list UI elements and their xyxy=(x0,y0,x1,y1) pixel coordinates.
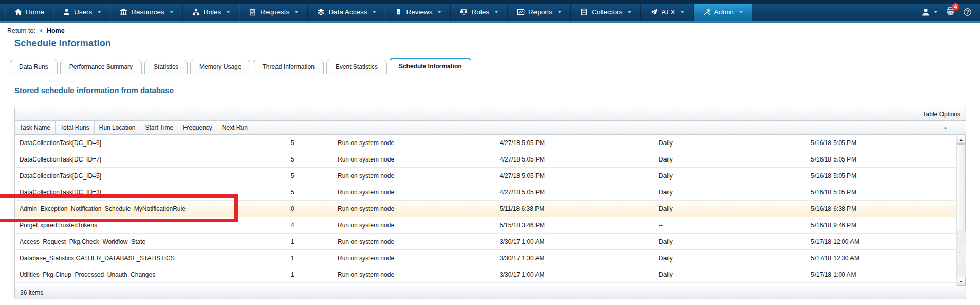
chevron-down-icon xyxy=(294,11,299,13)
scroll-down-button[interactable]: ▼ xyxy=(957,277,966,286)
table-row[interactable]: DataCollectionTask[DC_ID=7] 5 Run on sys… xyxy=(15,151,956,168)
column-header[interactable]: Run Location ▲ xyxy=(95,121,141,134)
scrollbar-thumb[interactable] xyxy=(957,144,966,231)
cell-run-location: Run on system node xyxy=(333,189,495,196)
table-row[interactable]: Access_Request_Pkg.Check_Workflow_State … xyxy=(15,234,956,250)
cell-next-run: 5/17/18 12:00 AM xyxy=(806,238,956,245)
scrollbar-track[interactable] xyxy=(957,231,966,277)
data-access-icon xyxy=(317,8,325,16)
chevron-down-icon xyxy=(558,11,562,13)
table-row[interactable]: DataCollectionTask[DC_ID=3] 5 Run on sys… xyxy=(15,184,956,201)
tab-label: Memory Usage xyxy=(199,63,241,70)
navbar-accent-line xyxy=(0,21,980,23)
cell-next-run: 5/16/18 5:05 PM xyxy=(806,172,956,180)
nav-item[interactable]: Admin xyxy=(694,4,752,21)
back-arrow-icon xyxy=(38,28,44,34)
reviews-icon xyxy=(395,8,402,16)
nav-item[interactable]: Roles xyxy=(183,4,240,21)
cell-start-time: 3/30/17 1:30 AM xyxy=(495,255,654,262)
nav-item-label: Reports xyxy=(528,8,552,16)
nav-item-label: Home xyxy=(26,8,44,16)
nav-item[interactable]: Rules xyxy=(451,4,508,21)
nav-item[interactable]: AFX xyxy=(641,4,693,21)
nav-item-label: AFX xyxy=(661,8,675,16)
cell-run-location: Run on system node xyxy=(333,238,495,245)
chevron-down-icon xyxy=(680,11,685,13)
section-heading: Stored schedule information from databas… xyxy=(14,86,174,95)
cell-task-name: DataCollectionTask[DC_ID=7] xyxy=(15,156,286,163)
nav-item[interactable]: Reports xyxy=(508,4,571,21)
nav-item[interactable]: Data Access xyxy=(308,4,385,21)
breadcrumb-home-link[interactable]: Home xyxy=(47,27,65,34)
tab-label: Statistics xyxy=(154,63,178,70)
schedule-table: Table Options Task Name ▲ Total Runs ▲ R… xyxy=(14,107,966,299)
chevron-down-icon xyxy=(627,11,632,13)
table-row[interactable]: Utilities_Pkg.Clnup_Processed_Unauth_Cha… xyxy=(15,266,956,283)
nav-item[interactable]: Collectors xyxy=(571,4,641,21)
table-row[interactable]: PurgeExpiredTrustedTokens 4 Run on syste… xyxy=(15,217,956,234)
cell-run-location: Run on system node xyxy=(333,222,495,229)
breadcrumb: Return to: Home xyxy=(7,27,65,34)
column-header[interactable]: Frequency ▲ xyxy=(178,121,217,134)
nav-item-label: Rules xyxy=(471,8,489,16)
user-menu[interactable] xyxy=(921,8,938,16)
table-options-link[interactable]: Table Options xyxy=(923,111,960,118)
cell-task-name: Access_Request_Pkg.Check_Workflow_State xyxy=(15,238,286,245)
tab[interactable]: Thread Information xyxy=(253,60,323,74)
roles-icon xyxy=(192,8,200,16)
sort-asc-icon: ▲ xyxy=(943,125,948,130)
cell-start-time: 4/27/18 5:05 PM xyxy=(495,172,654,180)
table-row[interactable]: Database_Statistics.GATHER_DATABASE_STAT… xyxy=(15,250,956,266)
cell-task-name: DataCollectionTask[DC_ID=3] xyxy=(15,189,286,196)
chevron-down-icon xyxy=(494,11,498,13)
cell-total-runs: 1 xyxy=(286,238,333,245)
nav-item-label: Requests xyxy=(260,8,289,16)
cell-next-run: 5/17/18 1:00 AM xyxy=(806,271,956,278)
nav-item[interactable]: Home xyxy=(5,4,53,21)
column-header[interactable]: Start Time ▲ xyxy=(140,121,178,134)
tab[interactable]: Performance Summary xyxy=(60,60,142,74)
nav-item[interactable]: Reviews xyxy=(385,4,451,21)
nav-item-label: Collectors xyxy=(591,8,622,16)
nav-item[interactable]: Requests xyxy=(239,4,308,21)
cell-next-run: 5/16/18 5:05 PM xyxy=(806,189,956,196)
chevron-down-icon xyxy=(934,11,938,13)
navbar-top-strip xyxy=(0,0,980,4)
table-row[interactable]: DataCollectionTask[DC_ID=6] 5 Run on sys… xyxy=(15,135,956,151)
cell-total-runs: 0 xyxy=(286,205,333,212)
cell-task-name: Database_Statistics.GATHER_DATABASE_STAT… xyxy=(15,255,286,262)
column-header[interactable]: Task Name ▲ xyxy=(15,121,56,134)
tab[interactable]: Schedule Information xyxy=(390,58,471,74)
cell-frequency: Daily xyxy=(654,189,806,196)
chevron-down-icon xyxy=(226,11,230,13)
nav-item[interactable]: Users xyxy=(53,4,110,21)
cell-frequency: -- xyxy=(654,222,806,229)
cell-total-runs: 1 xyxy=(286,255,333,262)
help-icon[interactable] xyxy=(963,8,972,16)
scroll-up-button[interactable]: ▲ xyxy=(957,135,966,144)
tab[interactable]: Data Runs xyxy=(10,60,58,74)
cell-task-name: DataCollectionTask[DC_ID=5] xyxy=(15,172,286,180)
page-title: Schedule Information xyxy=(14,38,111,49)
cell-task-name: Utilities_Pkg.Clnup_Processed_Unauth_Cha… xyxy=(15,271,286,278)
top-navbar: Home Users Resources Roles xyxy=(0,0,980,23)
tab[interactable]: Memory Usage xyxy=(190,60,250,74)
navbar-right-tools: 4 xyxy=(912,4,980,21)
cell-frequency: Daily xyxy=(654,255,806,262)
table-row[interactable]: Admin_Exception_Notification_Schedule_My… xyxy=(15,201,956,217)
admin-icon xyxy=(703,8,711,16)
cell-frequency: Daily xyxy=(654,139,806,147)
cell-next-run: 5/16/18 5:05 PM xyxy=(806,156,956,163)
tab-label: Data Runs xyxy=(19,63,48,70)
tab[interactable]: Event Statistics xyxy=(326,60,387,74)
column-header[interactable]: Total Runs ▲ xyxy=(56,121,95,134)
user-icon xyxy=(921,8,930,16)
column-header-label: Frequency xyxy=(183,124,212,131)
nav-item[interactable]: Resources xyxy=(110,4,183,21)
notifications-button[interactable]: 4 xyxy=(946,7,955,17)
nav-item-label: Data Access xyxy=(328,8,367,16)
item-count: 36 items xyxy=(20,289,43,296)
tab[interactable]: Statistics xyxy=(144,60,188,74)
table-row[interactable]: DataCollectionTask[DC_ID=5] 5 Run on sys… xyxy=(15,168,956,184)
column-header[interactable]: Next Run ▲ xyxy=(217,121,966,134)
